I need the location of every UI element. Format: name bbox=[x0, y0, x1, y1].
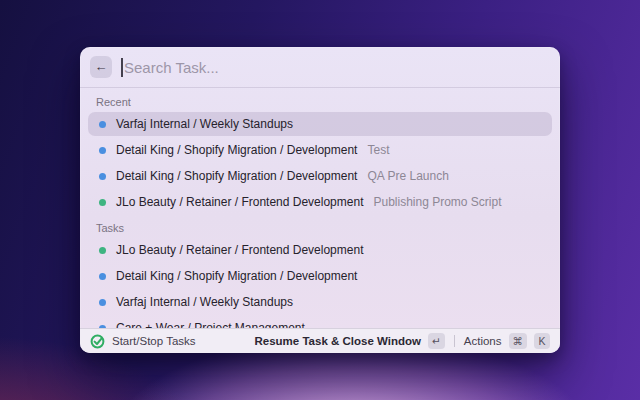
search-input-wrap bbox=[121, 47, 548, 87]
list-item[interactable]: Detail King / Shopify Migration / Develo… bbox=[88, 138, 552, 162]
command-palette-window: ← Recent Varfaj Internal / Weekly Standu… bbox=[80, 47, 560, 353]
task-title: Detail King / Shopify Migration / Develo… bbox=[116, 269, 357, 283]
task-title: Detail King / Shopify Migration / Develo… bbox=[116, 169, 357, 183]
status-dot-icon bbox=[99, 121, 106, 128]
primary-action-label[interactable]: Resume Task & Close Window bbox=[254, 335, 420, 347]
search-input[interactable] bbox=[121, 59, 548, 76]
task-title: Detail King / Shopify Migration / Develo… bbox=[116, 143, 357, 157]
status-dot-icon bbox=[99, 199, 106, 206]
list-item[interactable]: Detail King / Shopify Migration / Develo… bbox=[88, 264, 552, 288]
list-item[interactable]: Care + Wear / Project Management bbox=[88, 316, 552, 328]
section-label: Tasks bbox=[96, 222, 544, 234]
actions-button[interactable]: Actions bbox=[464, 335, 502, 347]
task-list: Recent Varfaj Internal / Weekly Standups… bbox=[80, 89, 560, 328]
return-key-badge[interactable]: ↵ bbox=[428, 333, 445, 349]
task-title: JLo Beauty / Retainer / Frontend Develop… bbox=[116, 195, 363, 209]
section-recent: Recent Varfaj Internal / Weekly Standups… bbox=[88, 96, 552, 214]
footer-divider bbox=[454, 335, 455, 347]
task-title: Varfaj Internal / Weekly Standups bbox=[116, 295, 293, 309]
status-dot-icon bbox=[99, 273, 106, 280]
k-key-badge[interactable]: K bbox=[534, 333, 550, 349]
list-item[interactable]: Detail King / Shopify Migration / Develo… bbox=[88, 164, 552, 188]
section-tasks: Tasks JLo Beauty / Retainer / Frontend D… bbox=[88, 222, 552, 328]
status-dot-icon bbox=[99, 147, 106, 154]
list-item[interactable]: JLo Beauty / Retainer / Frontend Develop… bbox=[88, 238, 552, 262]
search-bar: ← bbox=[80, 47, 560, 88]
status-dot-icon bbox=[99, 173, 106, 180]
status-dot-icon bbox=[99, 299, 106, 306]
list-item[interactable]: Varfaj Internal / Weekly Standups bbox=[88, 290, 552, 314]
timer-check-icon bbox=[90, 334, 105, 349]
section-label: Recent bbox=[96, 96, 544, 108]
list-item[interactable]: Varfaj Internal / Weekly Standups bbox=[88, 112, 552, 136]
text-caret bbox=[121, 58, 123, 77]
task-title: Varfaj Internal / Weekly Standups bbox=[116, 117, 293, 131]
task-subtitle: QA Pre Launch bbox=[367, 169, 448, 183]
footer-app-label: Start/Stop Tasks bbox=[112, 335, 196, 347]
task-subtitle: Publishing Promo Script bbox=[373, 195, 501, 209]
task-subtitle: Test bbox=[367, 143, 389, 157]
list-item[interactable]: JLo Beauty / Retainer / Frontend Develop… bbox=[88, 190, 552, 214]
task-title: Care + Wear / Project Management bbox=[116, 321, 305, 328]
footer-bar: Start/Stop Tasks Resume Task & Close Win… bbox=[80, 328, 560, 353]
back-button[interactable]: ← bbox=[90, 56, 112, 78]
task-title: JLo Beauty / Retainer / Frontend Develop… bbox=[116, 243, 363, 257]
command-key-badge[interactable]: ⌘ bbox=[509, 333, 528, 349]
status-dot-icon bbox=[99, 247, 106, 254]
